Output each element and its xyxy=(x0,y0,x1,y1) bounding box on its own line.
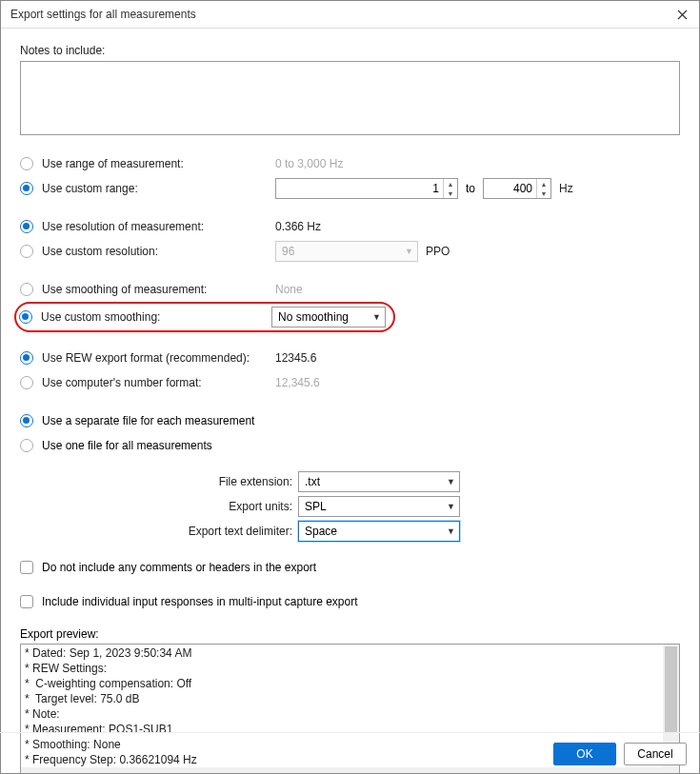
format-computer-radio[interactable]: Use computer's number format: 12,345.6 xyxy=(20,370,680,395)
dialog-footer: OK Cancel xyxy=(0,732,700,774)
spin-up-icon: ▲ xyxy=(444,179,457,189)
chevron-down-icon: ▼ xyxy=(447,526,455,536)
export-units-label: Export units: xyxy=(20,500,298,513)
chevron-down-icon: ▼ xyxy=(372,312,381,322)
window-title: Export settings for all measurements xyxy=(10,8,672,21)
file-ext-label: File extension: xyxy=(20,475,298,488)
resolution-measurement-radio[interactable]: Use resolution of measurement: 0.366 Hz xyxy=(20,214,680,239)
chevron-down-icon: ▼ xyxy=(447,477,455,486)
file-ext-combo[interactable]: .txt▼ xyxy=(298,471,460,492)
smoothing-custom-highlight: Use custom smoothing: No smoothing▼ xyxy=(14,302,395,332)
range-to-input[interactable]: ▲▼ xyxy=(483,178,551,199)
delimiter-combo[interactable]: Space▼ xyxy=(298,521,460,542)
smoothing-custom-combo[interactable]: No smoothing▼ xyxy=(271,307,386,327)
smoothing-custom-radio[interactable] xyxy=(19,310,32,324)
chevron-down-icon: ▼ xyxy=(405,247,413,256)
format-rew-radio[interactable]: Use REW export format (recommended): 123… xyxy=(20,346,680,370)
include-individual-checkbox[interactable]: Include individual input responses in mu… xyxy=(20,589,680,614)
chevron-down-icon: ▼ xyxy=(447,502,455,511)
notes-input[interactable] xyxy=(20,61,680,135)
spin-up-icon: ▲ xyxy=(537,179,550,189)
no-comments-checkbox[interactable]: Do not include any comments or headers i… xyxy=(20,555,680,580)
range-measurement-radio[interactable]: Use range of measurement: 0 to 3,000 Hz xyxy=(20,151,680,176)
notes-label: Notes to include: xyxy=(20,44,680,57)
files-one-radio[interactable]: Use one file for all measurements xyxy=(20,433,680,458)
range-from-input[interactable]: ▲▼ xyxy=(275,178,458,199)
resolution-custom-radio[interactable]: Use custom resolution: 96▼ PPO xyxy=(20,239,680,264)
cancel-button[interactable]: Cancel xyxy=(624,743,687,765)
preview-label: Export preview: xyxy=(20,627,680,641)
close-icon[interactable] xyxy=(672,5,691,24)
titlebar: Export settings for all measurements xyxy=(1,1,699,29)
spin-down-icon: ▼ xyxy=(537,189,550,198)
range-custom-radio[interactable]: Use custom range: ▲▼ to ▲▼ Hz xyxy=(20,176,680,201)
delimiter-label: Export text delimiter: xyxy=(20,525,298,538)
spin-down-icon: ▼ xyxy=(444,189,457,198)
ok-button[interactable]: OK xyxy=(553,743,616,765)
resolution-custom-combo: 96▼ xyxy=(275,241,418,262)
smoothing-measurement-radio[interactable]: Use smoothing of measurement: None xyxy=(20,277,680,302)
files-separate-radio[interactable]: Use a separate file for each measurement xyxy=(20,408,680,433)
export-units-combo[interactable]: SPL▼ xyxy=(298,496,460,517)
